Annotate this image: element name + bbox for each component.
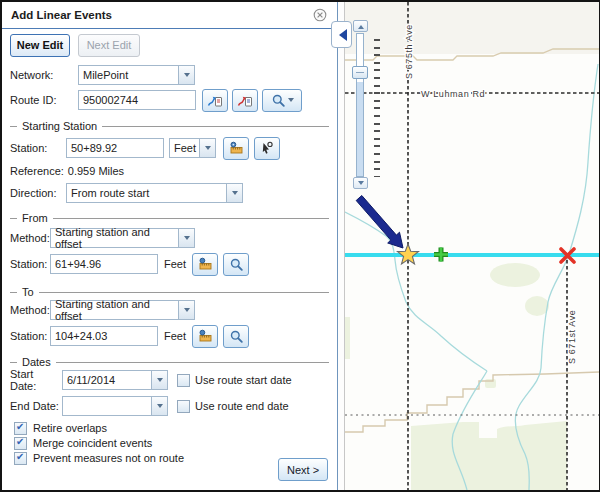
chevron-down-icon [288,98,294,105]
end-date-combo[interactable] [62,396,168,416]
reference-value: 0.959 Miles [68,165,124,177]
panel-title: Add Linear Events [11,9,112,21]
road-label-luhman: W Luhman Rd [421,89,485,99]
to-method-dropdown-trigger[interactable] [178,300,195,320]
prevent-measures-checkbox[interactable] [14,452,27,465]
from-divider: From [10,211,329,225]
chevron-down-icon [205,146,211,153]
chevron-down-icon [358,181,364,188]
panel-collapse-button[interactable] [331,21,352,48]
from-measure-button[interactable] [192,253,218,276]
to-method-label: Method: [10,304,50,316]
clear-route-selection-button[interactable] [232,89,258,112]
close-icon[interactable] [313,8,327,22]
retire-overlaps-checkbox[interactable] [14,422,27,435]
from-station-input[interactable] [50,254,158,274]
measure-station-button[interactable] [223,137,249,160]
start-date-input[interactable] [62,370,151,390]
app-window: Add Linear Events New Edit Next Edit Net… [0,0,600,492]
start-date-dropdown-trigger[interactable] [151,370,168,390]
pointer-pick-icon [259,140,275,156]
direction-combo[interactable]: From route start [66,183,243,203]
to-station-label: Station: [10,330,50,342]
direction-label: Direction: [10,187,58,199]
from-station-label: Station: [10,258,50,270]
zoom-slider-handle[interactable] [352,66,368,79]
dates-divider: Dates [10,355,329,369]
zoom-in-button[interactable] [353,20,368,32]
prevent-measures-label: Prevent measures not on route [33,452,184,464]
chevron-down-icon [184,308,190,315]
new-edit-button[interactable]: New Edit [10,34,70,57]
map-canvas: W Luhman Rd S 675th Ave S 671st Ave [345,2,599,490]
retire-overlaps-label: Retire overlaps [33,422,107,434]
next-button[interactable]: Next > [278,458,328,481]
network-combo[interactable]: MilePoint [78,65,195,85]
measure-icon [197,328,213,344]
use-route-start-date-checkbox[interactable] [177,374,190,387]
map-top-band [345,2,599,54]
direction-value: From route start [66,183,226,203]
from-zoom-button[interactable] [223,253,249,276]
to-divider: To [10,285,329,299]
search-icon [271,93,286,108]
from-units-label: Feet [164,258,186,270]
units-combo[interactable]: Feet [169,138,216,158]
chevron-down-icon [157,378,163,385]
road-label-675th: S 675th Ave [404,24,414,79]
starting-station-divider: Starting Station [10,119,329,133]
starting-station-legend: Starting Station [22,120,97,132]
from-method-combo[interactable]: Starting station and offset [50,228,195,248]
reference-label: Reference: [10,165,64,177]
map-zoom-slider[interactable] [352,20,382,190]
chevron-down-icon [184,236,190,243]
network-dropdown-trigger[interactable] [178,65,195,85]
select-route-on-map-button[interactable] [202,89,228,112]
road-label-671st: S 671st Ave [567,310,577,364]
merge-coincident-events-label: Merge coincident events [33,437,152,449]
starting-station-input[interactable] [66,138,164,158]
chevron-down-icon [232,191,238,198]
zoom-slider-ticks [374,39,380,177]
station-label: Station: [10,142,58,154]
measure-icon [228,140,244,156]
next-edit-button[interactable]: Next Edit [78,34,140,57]
route-id-label: Route ID: [10,94,70,106]
route-select-red-icon [237,92,253,108]
network-value: MilePoint [78,65,178,85]
use-route-end-date-label: Use route end date [195,400,289,412]
start-date-label: Start Date: [10,368,62,392]
to-station-input[interactable] [50,326,158,346]
zoom-out-button[interactable] [353,177,368,189]
to-method-value: Starting station and offset [50,300,178,320]
from-method-value: Starting station and offset [50,228,178,248]
to-method-combo[interactable]: Starting station and offset [50,300,195,320]
zoom-slider-track[interactable] [356,33,364,177]
chevron-left-icon [333,29,347,41]
to-measure-button[interactable] [192,325,218,348]
search-icon [229,257,244,272]
direction-dropdown-trigger[interactable] [226,183,243,203]
start-date-combo[interactable] [62,370,168,390]
network-label: Network: [10,69,70,81]
end-date-input[interactable] [62,396,151,416]
end-date-label: End Date: [10,400,62,412]
route-id-input[interactable] [78,90,196,110]
merge-coincident-events-checkbox[interactable] [14,437,27,450]
units-dropdown-trigger[interactable] [199,138,216,158]
chevron-up-icon [358,22,364,29]
to-units-label: Feet [164,330,186,342]
panel-titlebar: Add Linear Events [2,2,337,29]
pick-station-on-map-button[interactable] [254,137,280,160]
map-view[interactable]: W Luhman Rd S 675th Ave S 671st Ave [344,2,599,490]
chevron-down-icon [157,404,163,411]
route-search-menu-button[interactable] [262,89,302,112]
end-date-dropdown-trigger[interactable] [151,396,168,416]
measure-icon [197,256,213,272]
dates-legend: Dates [22,356,51,368]
use-route-end-date-checkbox[interactable] [177,400,190,413]
to-zoom-button[interactable] [223,325,249,348]
route-select-blue-icon [207,92,223,108]
search-icon [229,329,244,344]
from-method-dropdown-trigger[interactable] [178,228,195,248]
